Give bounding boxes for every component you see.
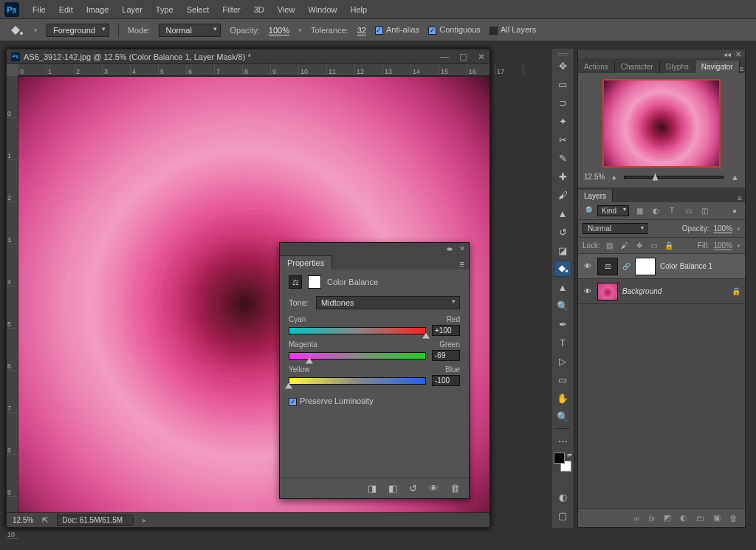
tab-properties[interactable]: Properties xyxy=(280,255,332,269)
navigator-proxy-preview[interactable] xyxy=(602,79,721,168)
navigator-zoom-slider[interactable] xyxy=(624,176,724,179)
screen-mode-icon[interactable]: ▢ xyxy=(554,507,571,523)
layer-visibility-icon[interactable]: 👁 xyxy=(583,287,593,295)
filter-shape-icon[interactable]: ▭ xyxy=(682,207,694,215)
slider-value[interactable]: -69 xyxy=(432,350,460,361)
tool-lasso[interactable]: ⊃ xyxy=(554,94,571,111)
lock-artboard-icon[interactable]: ▭ xyxy=(649,241,659,250)
status-zoom[interactable]: 12.5% xyxy=(13,516,33,524)
tool-spot-heal[interactable]: ✚ xyxy=(554,168,571,185)
layer-blend-mode-dropdown[interactable]: Normal xyxy=(583,223,647,234)
preserve-luminosity-checkbox[interactable]: Preserve Luminosity xyxy=(289,396,374,405)
menu-type[interactable]: Type xyxy=(150,4,179,16)
status-expand-icon[interactable]: ⇱ xyxy=(42,516,48,524)
clip-to-layer-icon[interactable]: ◨ xyxy=(368,483,377,494)
lock-position-icon[interactable]: ✥ xyxy=(634,241,645,250)
menu-layer[interactable]: Layer xyxy=(116,4,148,16)
lock-pixels-icon[interactable]: 🖌 xyxy=(619,241,630,250)
window-close-button[interactable]: ✕ xyxy=(478,52,485,62)
all-layers-checkbox[interactable]: All Layers xyxy=(489,25,536,35)
view-previous-icon[interactable]: ◧ xyxy=(388,483,397,494)
tool-move[interactable]: ✥ xyxy=(554,58,571,74)
layer-fill-value[interactable]: 100% xyxy=(713,241,732,250)
layer-mask-icon[interactable] xyxy=(308,275,321,289)
menu-file[interactable]: File xyxy=(27,4,52,16)
layer-item-background[interactable]: 👁 Background 🔒 xyxy=(578,279,745,304)
slider-value[interactable]: -100 xyxy=(432,375,460,386)
tool-path-select[interactable]: ▷ xyxy=(554,353,571,369)
tool-blur[interactable]: ▲ xyxy=(554,279,571,295)
blend-mode-dropdown[interactable]: Normal xyxy=(159,24,221,37)
layer-mask-thumb[interactable] xyxy=(635,258,656,275)
tab-navigator[interactable]: Navigator xyxy=(695,61,740,73)
tab-character[interactable]: Character xyxy=(615,61,660,73)
tool-eraser[interactable]: ◪ xyxy=(554,242,571,258)
add-mask-icon[interactable]: ◩ xyxy=(664,513,671,523)
navigator-menu-icon[interactable]: ≡ xyxy=(740,65,744,73)
panel-collapse-handle[interactable]: ◂◂✕ xyxy=(578,49,745,58)
document-titlebar[interactable]: Ps AS6_3912-142.jpg @ 12.5% (Color Balan… xyxy=(7,49,489,64)
lock-all-icon[interactable]: 🔒 xyxy=(664,241,674,250)
window-minimize-button[interactable]: — xyxy=(440,52,449,62)
lock-transparency-icon[interactable]: ▨ xyxy=(605,241,615,250)
menu-help[interactable]: Help xyxy=(345,4,374,16)
new-layer-icon[interactable]: ▣ xyxy=(713,513,721,523)
slider-track[interactable] xyxy=(289,352,426,360)
delete-layer-icon[interactable]: 🗑 xyxy=(729,514,738,523)
tool-crop[interactable]: ✂ xyxy=(554,131,571,148)
link-layers-icon[interactable]: ∞ xyxy=(634,514,640,523)
menu-image[interactable]: Image xyxy=(80,4,115,16)
tool-rectangle[interactable]: ▭ xyxy=(554,371,571,388)
menu-edit[interactable]: Edit xyxy=(53,4,79,16)
swap-colors-icon[interactable]: ⇄ xyxy=(567,452,572,458)
layer-filter-kind-dropdown[interactable]: Kind xyxy=(597,205,629,216)
tool-indicator-paint-bucket-icon[interactable] xyxy=(7,24,25,37)
zoom-out-icon[interactable]: ▴ xyxy=(612,172,616,182)
new-adjustment-icon[interactable]: ◐ xyxy=(680,513,687,523)
menu-select[interactable]: Select xyxy=(181,4,216,16)
tool-brush[interactable]: 🖌 xyxy=(554,187,571,203)
menu-view[interactable]: View xyxy=(272,4,301,16)
slider-track[interactable] xyxy=(289,327,426,334)
reset-icon[interactable]: ↺ xyxy=(409,483,417,494)
menu-3d[interactable]: 3D xyxy=(248,4,270,16)
panel-grip[interactable] xyxy=(557,53,568,55)
layer-name[interactable]: Color Balance 1 xyxy=(660,262,712,270)
antialias-checkbox[interactable]: Anti-alias xyxy=(375,25,419,35)
tab-glyphs[interactable]: Glyphs xyxy=(660,61,695,73)
tolerance-value[interactable]: 32 xyxy=(357,26,366,35)
layer-link-icon[interactable]: 🔗 xyxy=(622,263,630,270)
layers-menu-icon[interactable]: ≡ xyxy=(738,194,742,202)
foreground-color-swatch[interactable] xyxy=(554,453,565,464)
tool-eyedropper[interactable]: ✎ xyxy=(554,150,571,166)
slider-value[interactable]: +100 xyxy=(432,325,460,336)
navigator-zoom-value[interactable]: 12.5% xyxy=(584,173,605,181)
tab-layers[interactable]: Layers xyxy=(578,190,613,202)
tool-dodge[interactable]: 🔍 xyxy=(554,298,571,314)
contiguous-checkbox[interactable]: Contiguous xyxy=(428,25,481,35)
menu-filter[interactable]: Filter xyxy=(216,4,246,16)
layer-style-icon[interactable]: fx xyxy=(648,514,655,523)
layer-opacity-value[interactable]: 100% xyxy=(713,224,732,233)
tool-paint-bucket[interactable] xyxy=(554,261,571,277)
layer-item-color-balance[interactable]: 👁 ⚖ 🔗 Color Balance 1 xyxy=(578,254,745,279)
toggle-visibility-icon[interactable]: 👁 xyxy=(429,483,439,494)
tab-actions[interactable]: Actions xyxy=(578,61,615,73)
fill-source-dropdown[interactable]: Foreground xyxy=(47,24,109,37)
panel-menu-icon[interactable]: ≡ xyxy=(459,259,464,269)
tool-clone-stamp[interactable]: ▲ xyxy=(554,205,571,221)
tool-zoom[interactable]: 🔍 xyxy=(554,408,571,424)
filter-adjustment-icon[interactable]: ◐ xyxy=(650,207,662,215)
layer-visibility-icon[interactable]: 👁 xyxy=(583,262,593,270)
opacity-value[interactable]: 100% xyxy=(269,26,289,35)
slider-track[interactable] xyxy=(289,377,426,385)
filter-pixel-icon[interactable]: ▦ xyxy=(633,207,645,215)
tool-type[interactable]: T xyxy=(554,334,571,351)
tool-magic-wand[interactable]: ✦ xyxy=(554,113,571,129)
filter-toggle-icon[interactable]: ● xyxy=(729,207,740,215)
tool-history-brush[interactable]: ↺ xyxy=(554,224,571,240)
tool-edit-toolbar[interactable]: ⋯ xyxy=(554,433,571,449)
filter-type-icon[interactable]: T xyxy=(666,207,678,215)
status-docinfo[interactable]: Doc: 61.5M/61.5M xyxy=(57,515,134,526)
zoom-in-icon[interactable]: ▲ xyxy=(731,173,739,182)
